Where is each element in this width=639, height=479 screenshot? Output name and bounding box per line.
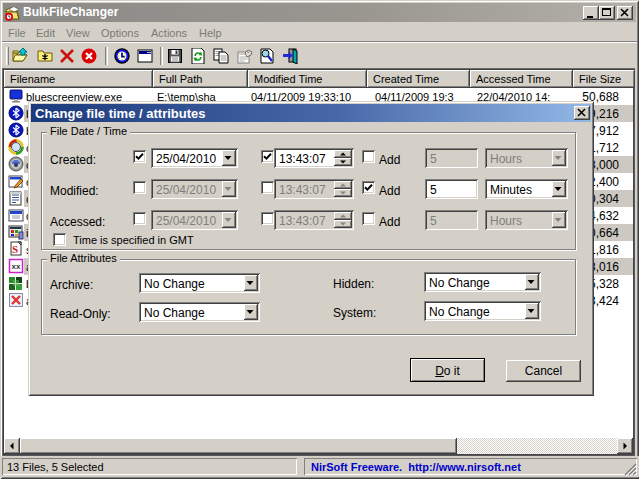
svg-text:S: S: [12, 243, 18, 255]
svg-text:xx: xx: [12, 262, 21, 271]
